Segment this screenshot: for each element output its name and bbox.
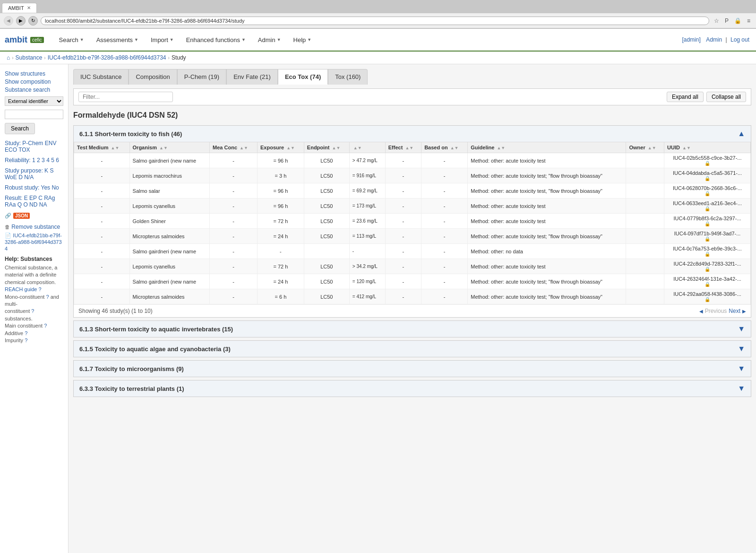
col-exposure[interactable]: Exposure ▲▼ [258, 142, 304, 153]
nav-enhanced[interactable]: Enhanced functions ▼ [180, 33, 251, 47]
result-raa[interactable]: RAa [5, 201, 16, 208]
col-test-medium[interactable]: Test Medium ▲▼ [74, 142, 130, 153]
section-633-header[interactable]: 6.3.3 Toxicity to terrestrial plants (1)… [74, 380, 751, 397]
show-composition-link[interactable]: Show composition [5, 78, 63, 85]
robust-yes[interactable]: Yes [41, 184, 51, 191]
study-eco-link[interactable]: ECO [5, 147, 17, 153]
logout-link[interactable]: Log out [730, 36, 749, 43]
expand-all-button[interactable]: Expand all [667, 92, 704, 102]
cell-uuid[interactable]: IUC4-22c8d49d-7283-32f1-...🔒 [664, 259, 751, 274]
section-615-header[interactable]: 6.1.5 Toxicity to aquatic algae and cyan… [74, 341, 751, 357]
nav-assessments[interactable]: Assessments ▼ [91, 33, 144, 47]
robust-no[interactable]: No [52, 184, 59, 191]
result-nd[interactable]: ND [29, 201, 37, 208]
reliability-4[interactable]: 4 [46, 157, 50, 164]
cell-uuid[interactable]: IUC4-2632464f-131e-3a42-...🔒 [664, 274, 751, 289]
nav-import[interactable]: Import ▼ [145, 33, 180, 47]
admin-bracket-link[interactable]: [admin] [682, 36, 700, 43]
result-o[interactable]: O [23, 201, 27, 208]
col-organism[interactable]: Organism ▲▼ [129, 142, 210, 153]
filter-input[interactable] [78, 92, 173, 102]
col-guideline[interactable]: Guideline ▲▼ [468, 142, 626, 153]
col-based-on[interactable]: Based on ▲▼ [421, 142, 468, 153]
breadcrumb-substance[interactable]: Substance [16, 54, 43, 61]
tab-close-icon[interactable]: ✕ [27, 5, 31, 10]
substance-file-link[interactable]: IUC4-efdb21bb-e79f-3286-a988-b6f6944d373… [5, 233, 62, 251]
col-uuid[interactable]: UUID ▲▼ [664, 142, 751, 153]
cell-uuid[interactable]: IUC4-02b5c558-c9ce-3b27-...🔒 [664, 153, 751, 168]
admin-link[interactable]: Admin [706, 36, 722, 43]
purpose-woe[interactable]: WoE [5, 174, 17, 181]
result-na[interactable]: NA [39, 201, 47, 208]
col-effect[interactable]: Effect ▲▼ [385, 142, 421, 153]
reliability-2[interactable]: 2 [37, 157, 40, 164]
reload-button[interactable]: ↻ [28, 16, 38, 26]
section-611-header[interactable]: 6.1.1 Short-term toxicity to fish (46) ▲ [74, 126, 751, 142]
impurity-question[interactable]: ? [25, 337, 27, 343]
menu-button[interactable]: P [723, 17, 730, 25]
cell-uuid[interactable]: IUC4-292aa058-f438-3086-...🔒 [664, 289, 751, 304]
tab-pchem[interactable]: P-Chem (19) [177, 69, 226, 85]
constituent-question[interactable]: ? [31, 308, 34, 314]
cell-uuid[interactable]: IUC4-0628070b-2668-36c6-...🔒 [664, 183, 751, 199]
reliability-3[interactable]: 3 [42, 157, 45, 164]
external-identifier-select[interactable]: External identifier [5, 96, 63, 106]
remove-substance-link[interactable]: Remove substance [11, 224, 60, 230]
search-button[interactable]: Search [5, 123, 35, 134]
cell-uuid[interactable]: IUC4-0779b8f3-6c2a-3297-...🔒 [664, 214, 751, 229]
purpose-na[interactable]: N/A [24, 174, 34, 181]
nav-admin[interactable]: Admin ▼ [252, 33, 287, 47]
nav-search[interactable]: IUC Substance Search ▼ [53, 33, 90, 47]
mono-question[interactable]: ? [46, 294, 49, 300]
section-613-header[interactable]: 6.1.3 Short-term toxicity to aquatic inv… [74, 321, 751, 337]
url-input[interactable] [41, 17, 709, 25]
reach-guide-question[interactable]: ? [39, 286, 42, 292]
prev-button[interactable]: Previous [705, 308, 727, 314]
search-identifier-input[interactable] [5, 110, 63, 119]
breadcrumb-substance-id[interactable]: IUC4-efdb21bb-e79f-3286-a988-b6f6944d373… [48, 54, 166, 61]
forward-button[interactable]: ▶ [16, 16, 26, 26]
reliability-6[interactable]: 6 [56, 157, 59, 164]
result-ep[interactable]: EP [29, 195, 37, 201]
reliability-1[interactable]: 1 [32, 157, 35, 164]
study-tox-link[interactable]: TOX [18, 147, 30, 153]
breadcrumb-home[interactable]: ⌂ [7, 54, 10, 61]
bookmark-button[interactable]: ☆ [712, 17, 721, 25]
cell-uuid[interactable]: IUC4-0633eed1-a216-3ec4-...🔒 [664, 199, 751, 214]
main-question[interactable]: ? [44, 323, 47, 328]
back-button[interactable]: ◀ [4, 16, 13, 26]
json-badge[interactable]: JSON [13, 213, 30, 219]
tab-composition[interactable]: Composition [129, 69, 177, 85]
reliability-5[interactable]: 5 [51, 157, 54, 164]
cell-uuid[interactable]: IUC4-04ddabda-c5a5-3671-...🔒 [664, 168, 751, 183]
extensions-button[interactable]: 🔒 [732, 17, 743, 25]
result-rag[interactable]: RAg [44, 195, 55, 201]
study-pchem-link[interactable]: P-Chem [22, 140, 43, 147]
tab-iuc-substance[interactable]: IUC Substance [73, 69, 129, 85]
section-617-header[interactable]: 6.1.7 Toxicity to microorganisms (9) ▼ [74, 361, 751, 377]
next-button[interactable]: Next [729, 308, 740, 314]
cell-uuid[interactable]: IUC4-0c76a753-eb9e-39c3-...🔒 [664, 244, 751, 259]
purpose-s[interactable]: S [50, 167, 53, 174]
purpose-d[interactable]: D [18, 174, 23, 181]
substance-search-link[interactable]: Substance search [5, 86, 63, 93]
result-q[interactable]: Q [17, 201, 22, 208]
result-c[interactable]: C [38, 195, 43, 201]
result-e[interactable]: E [24, 195, 28, 201]
browser-tab[interactable]: AMBIT ✕ [2, 3, 37, 13]
tab-eco-tox[interactable]: Eco Tox (74) [278, 69, 328, 85]
tab-env-fate[interactable]: Env Fate (21) [226, 69, 278, 85]
collapse-all-button[interactable]: Collapse all [706, 92, 746, 102]
cell-uuid[interactable]: IUC4-097df71b-949f-3ad7-...🔒 [664, 229, 751, 244]
tab-tox[interactable]: Tox (160) [328, 69, 368, 85]
col-mea-conc[interactable]: Mea Conc ▲▼ [210, 142, 258, 153]
col-owner[interactable]: Owner ▲▼ [626, 142, 664, 153]
col-endpoint[interactable]: Endpoint ▲▼ [304, 142, 349, 153]
reach-guide-link[interactable]: REACH guide [5, 286, 37, 292]
study-env-link[interactable]: ENV [45, 140, 57, 147]
show-structures-link[interactable]: Show structures [5, 70, 63, 77]
additive-question[interactable]: ? [25, 330, 27, 336]
nav-help[interactable]: Help ▼ [288, 33, 318, 47]
purpose-k[interactable]: K [44, 167, 48, 174]
settings-button[interactable]: ≡ [745, 17, 752, 25]
